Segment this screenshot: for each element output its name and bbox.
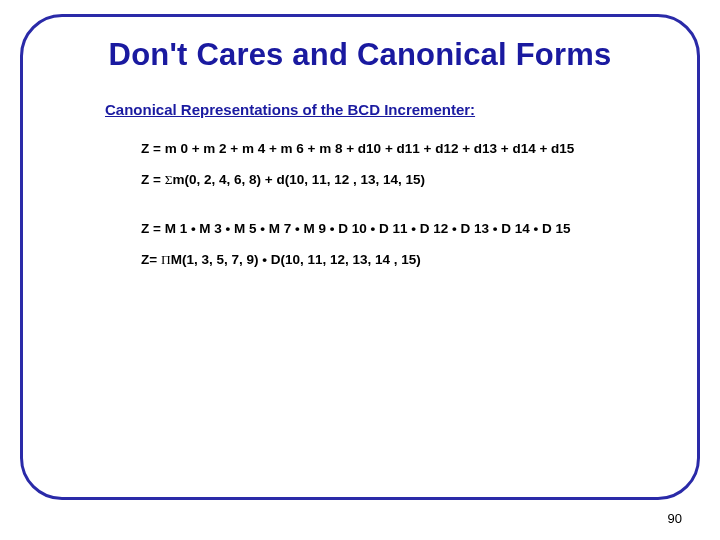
page-number: 90: [668, 511, 682, 526]
slide-frame: Don't Cares and Canonical Forms Canonica…: [20, 14, 700, 500]
slide-subtitle: Canonical Representations of the BCD Inc…: [105, 101, 475, 118]
eq2-lhs: Z =: [141, 172, 165, 187]
equation-pos-maxterms: Z = M 1 • M 3 • M 5 • M 7 • M 9 • D 10 •…: [141, 221, 657, 238]
slide-title: Don't Cares and Canonical Forms: [23, 37, 697, 73]
pi-symbol: Π: [161, 252, 171, 267]
eq4-lhs: Z=: [141, 252, 161, 267]
eq4-rhs: M(1, 3, 5, 7, 9) • D(10, 11, 12, 13, 14 …: [171, 252, 421, 267]
equation-pos-pi: Z= ΠM(1, 3, 5, 7, 9) • D(10, 11, 12, 13,…: [141, 252, 657, 269]
eq2-rhs: m(0, 2, 4, 6, 8) + d(10, 11, 12 , 13, 14…: [173, 172, 426, 187]
sigma-symbol: Σ: [165, 172, 173, 187]
spacer: [141, 203, 657, 221]
slide-content: Z = m 0 + m 2 + m 4 + m 6 + m 8 + d10 + …: [141, 141, 657, 283]
equation-sop-sigma: Z = Σm(0, 2, 4, 6, 8) + d(10, 11, 12 , 1…: [141, 172, 657, 189]
equation-sop-minterms: Z = m 0 + m 2 + m 4 + m 6 + m 8 + d10 + …: [141, 141, 657, 158]
slide: Don't Cares and Canonical Forms Canonica…: [0, 0, 720, 540]
